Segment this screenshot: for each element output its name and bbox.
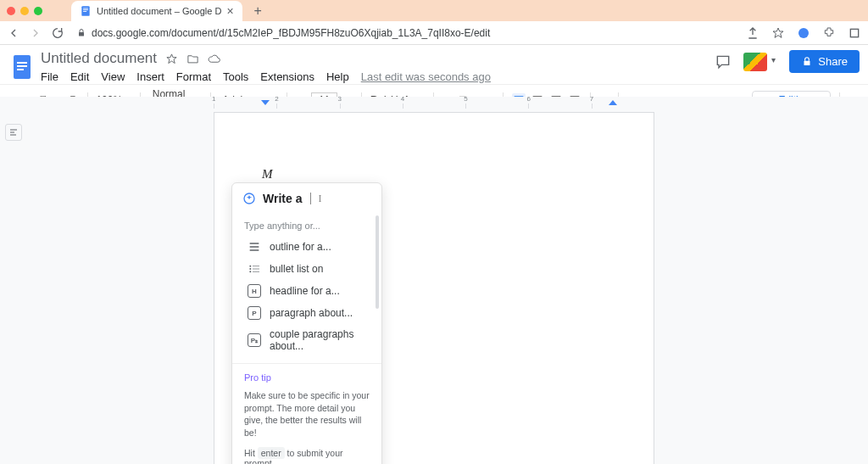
docs-favicon-icon	[80, 5, 92, 17]
star-icon[interactable]	[165, 53, 178, 65]
share-page-icon[interactable]	[746, 26, 760, 40]
share-button[interactable]: Share	[789, 50, 860, 73]
svg-rect-1	[83, 8, 88, 8]
menu-tools[interactable]: Tools	[223, 70, 248, 83]
horizontal-ruler[interactable]: 1 2 3 4 5 6 7	[214, 97, 654, 109]
ai-write-popup: Write a I Type anything or... outline fo…	[231, 182, 382, 464]
reload-icon[interactable]	[51, 26, 64, 40]
meet-icon[interactable]	[743, 53, 767, 71]
close-tab-icon[interactable]: ×	[226, 4, 233, 18]
move-icon[interactable]	[186, 53, 199, 65]
pro-tip-hint: Hit enter to submit your prompt	[244, 448, 370, 464]
document-page[interactable]: M Write a I Type anything or... outline …	[214, 112, 654, 464]
paragraphs-icon: P₂	[248, 333, 261, 347]
last-edit-link[interactable]: Last edit was seconds ago	[361, 70, 491, 83]
bookmark-star-icon[interactable]	[771, 26, 785, 40]
ai-suggestion-outline[interactable]: outline for a...	[236, 236, 378, 258]
minimize-window[interactable]	[20, 7, 29, 15]
ai-suggestion-bullet[interactable]: bullet list on	[236, 258, 378, 280]
docs-logo-icon[interactable]	[8, 50, 36, 84]
svg-point-24	[249, 266, 251, 267]
forward-icon[interactable]	[29, 26, 42, 40]
outline-icon	[248, 240, 261, 254]
svg-rect-4	[79, 32, 84, 36]
svg-rect-11	[804, 60, 810, 64]
ai-hint-text: Type anything or...	[232, 217, 381, 236]
bullet-icon	[248, 262, 261, 276]
profile-icon[interactable]	[797, 26, 810, 40]
cloud-status-icon[interactable]	[208, 53, 220, 65]
text-cursor-icon: I	[318, 193, 321, 205]
menu-format[interactable]: Format	[176, 70, 211, 83]
menu-help[interactable]: Help	[326, 70, 349, 83]
close-window[interactable]	[7, 7, 15, 15]
svg-point-26	[249, 271, 251, 272]
svg-rect-10	[17, 69, 24, 70]
pro-tip-body: Make sure to be specific in your prompt.…	[244, 389, 370, 439]
ai-suggestion-paragraph[interactable]: P paragraph about...	[236, 302, 378, 324]
window-traffic-lights	[7, 7, 42, 15]
menu-view[interactable]: View	[101, 70, 125, 83]
svg-point-25	[249, 268, 251, 270]
popup-scrollbar[interactable]	[376, 215, 379, 309]
menu-file[interactable]: File	[41, 70, 58, 83]
browser-tab[interactable]: Untitled document – Google D ×	[71, 1, 242, 21]
menubar: File Edit View Insert Format Tools Exten…	[41, 70, 491, 83]
extensions-icon[interactable]	[822, 26, 836, 40]
url-text: docs.google.com/document/d/15cM2IeP_fBDJ…	[92, 27, 490, 39]
square-icon[interactable]	[848, 26, 861, 40]
ai-suggestion-headline[interactable]: H headline for a...	[236, 280, 378, 302]
editor-canvas: 1 2 3 4 5 6 7 M Write a I Type anything …	[0, 97, 868, 464]
back-icon[interactable]	[7, 26, 20, 40]
lock-icon	[76, 28, 86, 38]
svg-rect-9	[17, 65, 27, 67]
comment-history-icon[interactable]	[715, 53, 732, 70]
menu-extensions[interactable]: Extensions	[260, 70, 314, 83]
svg-rect-8	[17, 62, 27, 64]
tab-title: Untitled document – Google D	[97, 6, 221, 16]
browser-chrome: Untitled document – Google D × + docs.go…	[0, 0, 868, 45]
headline-icon: H	[248, 284, 261, 298]
share-label: Share	[818, 55, 848, 68]
docs-header: Untitled document File Edit View Insert …	[0, 45, 868, 84]
svg-rect-3	[83, 11, 86, 12]
pro-tip-label: Pro tip	[244, 372, 370, 383]
paragraph-icon: P	[248, 306, 261, 320]
ai-suggestion-paragraphs[interactable]: P₂ couple paragraphs about...	[236, 324, 378, 356]
address-bar[interactable]: docs.google.com/document/d/15cM2IeP_fBDJ…	[76, 27, 490, 39]
svg-rect-6	[850, 29, 858, 36]
outline-toggle[interactable]	[5, 124, 22, 141]
lock-icon	[801, 56, 813, 68]
ai-prompt-prefix: Write a	[263, 192, 302, 205]
ai-sparkle-icon	[242, 192, 256, 205]
menu-insert[interactable]: Insert	[136, 70, 164, 83]
svg-point-5	[798, 28, 809, 38]
right-indent-icon[interactable]	[609, 100, 617, 105]
svg-rect-2	[83, 9, 88, 10]
text-caret	[310, 193, 311, 204]
menu-edit[interactable]: Edit	[70, 70, 89, 83]
document-title[interactable]: Untitled document	[41, 50, 157, 67]
typed-text: M	[262, 167, 273, 181]
maximize-window[interactable]	[34, 7, 42, 15]
new-tab-button[interactable]: +	[249, 3, 267, 19]
